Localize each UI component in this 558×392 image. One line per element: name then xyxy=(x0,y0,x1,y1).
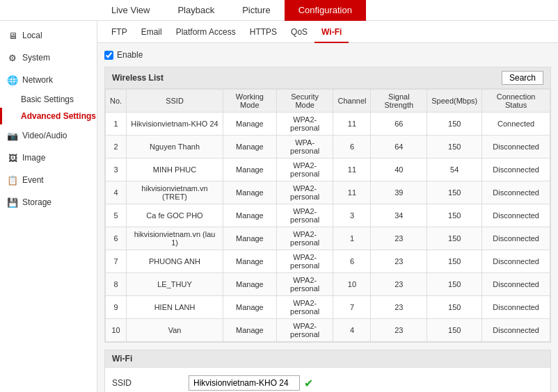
cell-status: Disconnected xyxy=(482,319,550,342)
col-channel: Channel xyxy=(333,90,371,113)
sidebar-label-image: Image xyxy=(22,153,45,163)
cell-signal: 64 xyxy=(371,136,427,158)
top-navigation: Live View Playback Picture Configuration xyxy=(0,0,558,21)
cell-no: 3 xyxy=(106,158,127,181)
nav-live-view[interactable]: Live View xyxy=(97,0,164,21)
table-row[interactable]: 4 hikvisionvietnam.vn (TRET) Manage WPA2… xyxy=(106,181,550,204)
cell-channel: 4 xyxy=(333,319,371,342)
sidebar-sub-basic-settings[interactable]: Basic Settings xyxy=(0,91,97,108)
cell-channel: 11 xyxy=(333,158,371,181)
cell-channel: 11 xyxy=(333,181,371,204)
enable-checkbox[interactable] xyxy=(104,51,113,60)
sidebar-item-system[interactable]: System xyxy=(0,47,97,69)
sidebar-item-local[interactable]: Local xyxy=(0,24,97,47)
nav-configuration[interactable]: Configuration xyxy=(285,0,366,21)
cell-no: 9 xyxy=(106,296,127,319)
cell-speed: 150 xyxy=(427,136,482,158)
network-icon xyxy=(7,74,18,85)
storage-icon xyxy=(7,197,18,208)
table-row[interactable]: 10 Van Manage WPA2-personal 4 23 150 Dis… xyxy=(106,319,550,342)
cell-signal: 23 xyxy=(371,227,427,250)
cell-working-mode: Manage xyxy=(223,319,276,342)
cell-ssid: hikvisionvietnam.vn (lau 1) xyxy=(127,227,223,250)
tab-ftp[interactable]: FTP xyxy=(104,21,134,43)
col-working-mode: Working Mode xyxy=(223,90,276,113)
cell-signal: 23 xyxy=(371,273,427,296)
sidebar-label-network: Network xyxy=(22,75,53,85)
cell-speed: 150 xyxy=(427,227,482,250)
search-button[interactable]: Search xyxy=(502,71,543,85)
table-row[interactable]: 3 MINH PHUC Manage WPA2-personal 11 40 5… xyxy=(106,158,550,181)
cell-security-mode: WPA2-personal xyxy=(276,319,333,342)
cell-no: 10 xyxy=(106,319,127,342)
cell-no: 6 xyxy=(106,227,127,250)
tab-https[interactable]: HTTPS xyxy=(243,21,284,43)
event-icon xyxy=(7,174,18,186)
sidebar-sub-advanced-settings[interactable]: Advanced Settings xyxy=(0,108,97,124)
cell-speed: 54 xyxy=(427,158,482,181)
sidebar-label-local: Local xyxy=(22,31,42,40)
nav-playback[interactable]: Playback xyxy=(164,0,228,21)
table-row[interactable]: 2 Nguyen Thanh Manage WPA-personal 6 64 … xyxy=(106,136,550,158)
cell-signal: 23 xyxy=(371,296,427,319)
sidebar-item-event[interactable]: Event xyxy=(0,169,97,191)
cell-signal: 66 xyxy=(371,113,427,136)
col-security-mode: Security Mode xyxy=(276,90,333,113)
cell-ssid: MINH PHUC xyxy=(127,158,223,181)
video-icon xyxy=(7,130,18,141)
table-row[interactable]: 1 Hikvisionvietnam-KHO 24 Manage WPA2-pe… xyxy=(106,113,550,136)
nav-picture[interactable]: Picture xyxy=(228,0,284,21)
cell-ssid: HIEN LANH xyxy=(127,296,223,319)
ssid-check-icon: ✔ xyxy=(304,377,313,390)
content-area: FTP Email Platform Access HTTPS QoS Wi-F… xyxy=(97,21,558,392)
sidebar-label-video: Video/Audio xyxy=(22,131,67,140)
sidebar-item-storage[interactable]: Storage xyxy=(0,191,97,213)
ssid-input[interactable] xyxy=(189,375,300,391)
table-row[interactable]: 8 LE_THUY Manage WPA2-personal 10 23 150… xyxy=(106,273,550,296)
sub-tabs: FTP Email Platform Access HTTPS QoS Wi-F… xyxy=(97,21,558,43)
table-row[interactable]: 5 Ca fe GOC PHO Manage WPA2-personal 3 3… xyxy=(106,204,550,227)
cell-status: Disconnected xyxy=(482,227,550,250)
cell-speed: 150 xyxy=(427,181,482,204)
cell-signal: 23 xyxy=(371,319,427,342)
cell-channel: 7 xyxy=(333,296,371,319)
enable-row: Enable xyxy=(104,50,551,60)
tab-wifi[interactable]: Wi-Fi xyxy=(314,21,349,43)
cell-status: Disconnected xyxy=(482,136,550,158)
tab-platform-access[interactable]: Platform Access xyxy=(169,21,243,43)
cell-security-mode: WPA2-personal xyxy=(276,158,333,181)
cell-no: 7 xyxy=(106,250,127,273)
cell-no: 4 xyxy=(106,181,127,204)
image-icon xyxy=(7,152,18,163)
wireless-table: No. SSID Working Mode Security Mode Chan… xyxy=(105,89,550,342)
tab-email[interactable]: Email xyxy=(134,21,169,43)
cell-working-mode: Manage xyxy=(223,136,276,158)
sidebar-label-storage: Storage xyxy=(22,197,51,207)
cell-ssid: LE_THUY xyxy=(127,273,223,296)
cell-no: 5 xyxy=(106,204,127,227)
cell-ssid: Ca fe GOC PHO xyxy=(127,204,223,227)
cell-ssid: Van xyxy=(127,319,223,342)
cell-security-mode: WPA2-personal xyxy=(276,227,333,250)
cell-working-mode: Manage xyxy=(223,296,276,319)
cell-working-mode: Manage xyxy=(223,181,276,204)
cell-speed: 150 xyxy=(427,113,482,136)
tab-qos[interactable]: QoS xyxy=(284,21,314,43)
sidebar-item-video-audio[interactable]: Video/Audio xyxy=(0,124,97,147)
table-row[interactable]: 7 PHUONG ANH Manage WPA2-personal 6 23 1… xyxy=(106,250,550,273)
table-row[interactable]: 6 hikvisionvietnam.vn (lau 1) Manage WPA… xyxy=(106,227,550,250)
cell-status: Disconnected xyxy=(482,273,550,296)
sidebar-item-network[interactable]: Network xyxy=(0,69,97,91)
cell-signal: 39 xyxy=(371,181,427,204)
cell-signal: 40 xyxy=(371,158,427,181)
cell-channel: 1 xyxy=(333,227,371,250)
cell-security-mode: WPA2-personal xyxy=(276,250,333,273)
cell-speed: 150 xyxy=(427,204,482,227)
cell-no: 2 xyxy=(106,136,127,158)
col-status: Connection Status xyxy=(482,90,550,113)
sidebar-item-image[interactable]: Image xyxy=(0,147,97,169)
cell-security-mode: WPA2-personal xyxy=(276,204,333,227)
table-row[interactable]: 9 HIEN LANH Manage WPA2-personal 7 23 15… xyxy=(106,296,550,319)
cell-security-mode: WPA2-personal xyxy=(276,181,333,204)
enable-label[interactable]: Enable xyxy=(117,50,143,60)
